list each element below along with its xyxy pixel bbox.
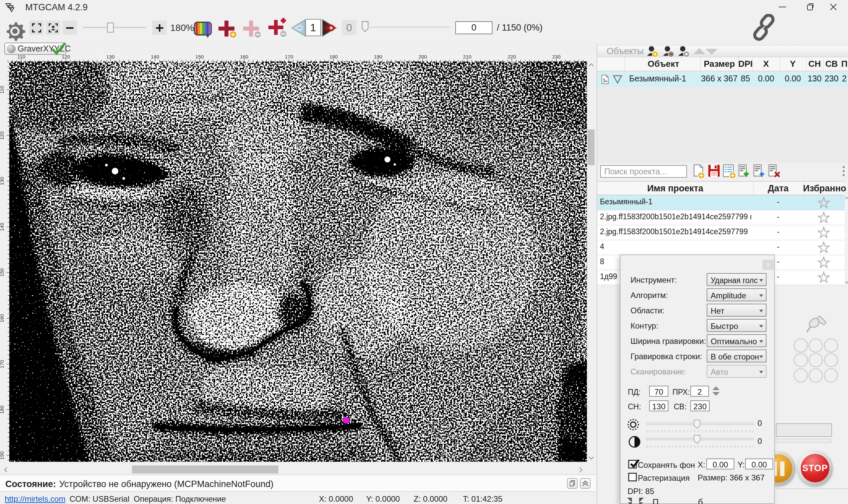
svg-text:150: 150	[195, 55, 204, 59]
svg-text:180: 180	[0, 405, 5, 414]
svg-text:110: 110	[17, 55, 25, 59]
svg-text:130: 130	[0, 177, 5, 185]
svg-text:150: 150	[0, 268, 5, 276]
svg-text:210: 210	[463, 55, 471, 59]
svg-text:220: 220	[507, 55, 516, 59]
svg-text:190: 190	[0, 451, 5, 460]
svg-text:110: 110	[0, 86, 5, 94]
svg-text:170: 170	[0, 360, 5, 368]
svg-text:120: 120	[0, 131, 5, 140]
svg-text:120: 120	[62, 55, 70, 59]
svg-text:180: 180	[329, 55, 338, 59]
svg-text:160: 160	[240, 55, 248, 59]
svg-text:200: 200	[418, 55, 427, 59]
svg-text:140: 140	[151, 55, 159, 59]
svg-text:190: 190	[374, 55, 382, 59]
svg-text:160: 160	[0, 314, 5, 322]
svg-text:170: 170	[285, 55, 293, 59]
svg-text:140: 140	[0, 222, 5, 231]
svg-text:130: 130	[106, 55, 115, 59]
svg-text:230: 230	[552, 55, 560, 59]
